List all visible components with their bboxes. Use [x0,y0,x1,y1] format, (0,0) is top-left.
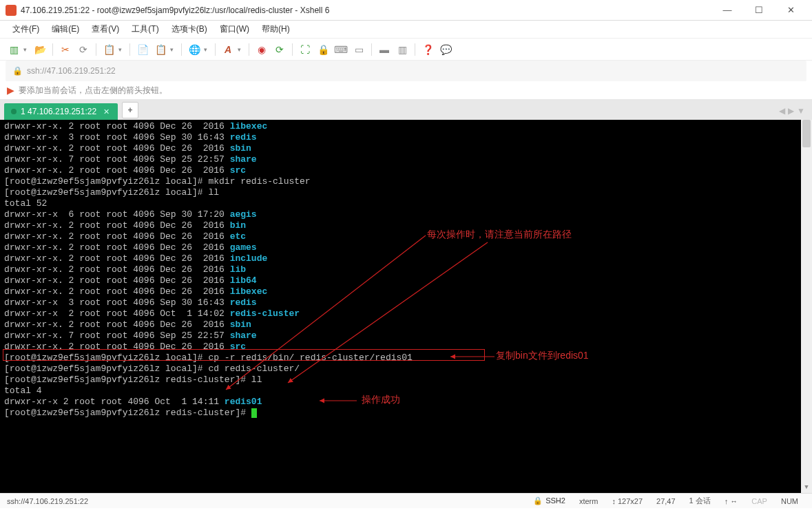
status-bar: ssh://47.106.219.251:22 🔒SSH2 xterm ↕ 12… [0,493,812,508]
tip-text: 要添加当前会话，点击左侧的箭头按钮。 [19,85,167,96]
annotation-copy: 复制bin文件到redis01 [496,350,589,361]
status-term: xterm [572,497,605,505]
toolbar: ▥▾ 📂 ✂ ⟳ 📋▾ 📄 📋▾ 🌐▾ A▾ ◉ ⟳ ⛶ 🔒 ⌨ ▭ ▬ ▥ ❓… [0,39,812,61]
annotation-box [3,349,485,361]
tab-status-icon [11,109,17,114]
status-conn: ↑ ↔ [718,497,745,505]
font-icon[interactable]: A [220,41,236,58]
menu-window[interactable]: 窗口(W) [214,21,255,37]
open-icon[interactable]: 📂 [32,41,48,58]
tab-bar: 1 47.106.219.251:22 ✕ + ◀ ▶ ▼ [0,99,812,120]
menu-edit[interactable]: 编辑(E) [46,21,85,37]
menu-help[interactable]: 帮助(H) [256,21,295,37]
help-icon[interactable]: ❓ [419,41,436,58]
terminal-scrollbar[interactable]: ▲ ▼ [801,120,812,493]
menubar: 文件(F) 编辑(E) 查看(V) 工具(T) 选项卡(B) 窗口(W) 帮助(… [0,21,812,39]
lock-icon: 🔒 [12,66,23,76]
ssh-lock-icon: 🔒 [533,496,543,505]
close-button[interactable]: ✕ [775,0,806,21]
tip-bar: ▶ 要添加当前会话，点击左侧的箭头按钮。 [0,81,812,99]
new-session-icon[interactable]: ▥ [6,41,22,58]
fullscreen-icon[interactable]: ⛶ [297,41,313,58]
tab-prev-icon[interactable]: ◀ [779,106,785,116]
keyboard-icon[interactable]: ⌨ [333,41,349,58]
annotation-path: 每次操作时，请注意当前所在路径 [427,229,572,240]
tab-close-icon[interactable]: ✕ [103,107,110,116]
terminal-output[interactable]: drwxr-xr-x. 2 root root 4096 Dec 26 2016… [0,120,812,493]
status-ssh: SSH2 [545,496,565,505]
flag-icon: ▶ [7,85,14,96]
disconnect-icon[interactable]: ⟳ [75,41,92,58]
address-text: ssh://47.106.219.251:22 [27,66,116,76]
app-icon [6,5,17,16]
status-size: 127x27 [618,497,643,505]
reconnect-icon[interactable]: ✂ [57,41,74,58]
address-bar[interactable]: 🔒 ssh://47.106.219.251:22 [6,61,806,81]
resize-icon: ↕ [612,497,618,505]
menu-file[interactable]: 文件(F) [7,21,45,37]
scrollbar-thumb[interactable] [802,120,811,147]
tab-label: 1 47.106.219.251:22 [21,107,96,116]
status-address: ssh://47.106.219.251:22 [7,497,88,505]
add-tab-button[interactable]: + [122,102,138,118]
maximize-button[interactable]: ☐ [743,0,775,21]
annotation-success: 操作成功 [362,394,400,405]
copy-icon[interactable]: 📄 [134,41,151,58]
paste-icon[interactable]: 📋 [152,41,169,58]
minimize-button[interactable]: — [711,0,743,21]
status-cap: CAP [745,497,774,505]
window-titlebar: 47.106.219.251:22 - root@izwz9ef5sjam9pv… [0,0,812,21]
tab-next-icon[interactable]: ▶ [788,106,794,116]
status-num: NUM [774,497,805,505]
cursor [251,408,257,418]
find-icon[interactable]: 🌐 [186,41,202,58]
menu-tabs[interactable]: 选项卡(B) [166,21,213,37]
session-tab[interactable]: 1 47.106.219.251:22 ✕ [4,103,118,120]
window-title: 47.106.219.251:22 - root@izwz9ef5sjam9pv… [21,6,711,15]
menu-tools[interactable]: 工具(T) [126,21,164,37]
menu-view[interactable]: 查看(V) [86,21,125,37]
log-icon[interactable]: ▬ [376,41,393,58]
status-sessions: 1 会话 [683,496,718,506]
color-icon[interactable]: ◉ [253,41,270,58]
status-pos: 27,47 [649,497,683,505]
properties-icon[interactable]: 📋 [101,41,117,58]
history-icon[interactable]: ▥ [394,41,410,58]
scroll-down-icon[interactable]: ▼ [801,482,812,493]
chat-icon[interactable]: 💬 [437,41,454,58]
refresh-icon[interactable]: ⟳ [271,41,288,58]
tab-menu-icon[interactable]: ▼ [797,106,805,116]
terminal-icon[interactable]: ▭ [351,41,367,58]
lock-icon[interactable]: 🔒 [315,41,331,58]
